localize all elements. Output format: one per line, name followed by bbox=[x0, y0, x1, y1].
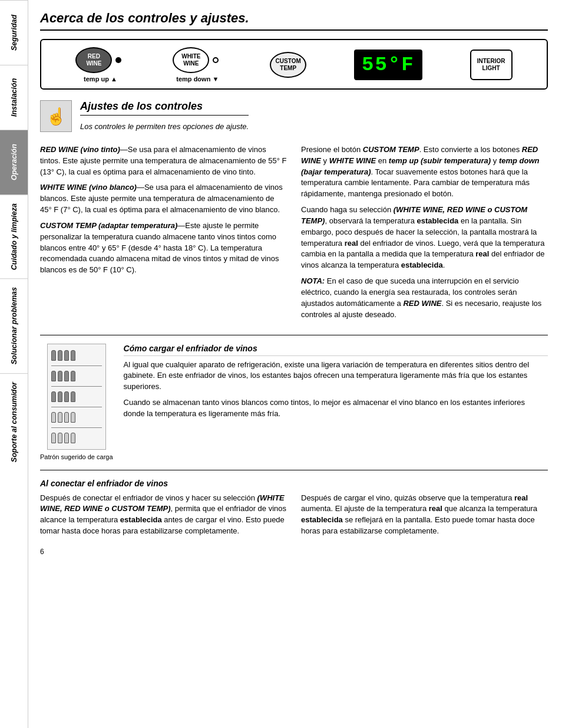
custom-temp-button[interactable]: CUSTOMTEMP bbox=[270, 52, 306, 78]
sidebar: Seguridad Instalación Operación Cuidado … bbox=[0, 0, 28, 728]
ajustes-section-title: Ajustes de los controles bbox=[80, 100, 249, 116]
sidebar-tab-operacion[interactable]: Operación bbox=[0, 130, 28, 195]
red-wine-dot bbox=[115, 57, 121, 63]
custom-temp-button-group: CUSTOMTEMP bbox=[270, 52, 306, 78]
nota-text: NOTA: En el caso de que suceda una inter… bbox=[301, 276, 548, 320]
loading-p1: Al igual que cualquier aparato de refrig… bbox=[124, 360, 548, 393]
ajustes-right-col: Presione el botón CUSTOM TEMP. Esto conv… bbox=[301, 144, 548, 325]
sidebar-tab-seguridad[interactable]: Seguridad bbox=[0, 0, 28, 65]
conectar-p1: Después de conectar el enfriador de vino… bbox=[40, 493, 287, 537]
hand-icon: ☝ bbox=[40, 100, 72, 132]
sidebar-tab-soporte[interactable]: Soporte al consumidor bbox=[0, 373, 28, 470]
conectar-left-col: Después de conectar el enfriador de vino… bbox=[40, 493, 287, 542]
conectar-section: Al conectar el enfriador de vinos Despué… bbox=[40, 470, 548, 542]
ajustes-intro: Los controles le permiten tres opciones … bbox=[80, 121, 249, 133]
control-panel: REDWINE temp up ▲ WHITEWINE temp down bbox=[40, 39, 548, 90]
ajustes-left-col: RED WINE (vino tinto)—Se usa para el alm… bbox=[40, 144, 287, 325]
wine-cooler-image-wrap: Patrón sugerido de carga bbox=[40, 344, 113, 460]
loading-section-title: Cómo cargar el enfriador de vinos bbox=[124, 344, 548, 356]
temp-down-label: temp down ▼ bbox=[176, 75, 219, 83]
white-wine-button-group: WHITEWINE temp down ▼ bbox=[173, 47, 222, 83]
shelf-row-2 bbox=[51, 371, 102, 381]
red-wine-para: RED WINE (vino tinto)—Se usa para el alm… bbox=[40, 144, 287, 178]
conectar-two-col: Después de conectar el enfriador de vino… bbox=[40, 493, 548, 542]
temp-up-label: temp up ▲ bbox=[84, 75, 117, 83]
custom-temp-instruction: Presione el botón CUSTOM TEMP. Esto conv… bbox=[301, 144, 548, 200]
loading-text: Cómo cargar el enfriador de vinos Al igu… bbox=[124, 344, 548, 424]
page-number: 6 bbox=[40, 548, 548, 556]
conectar-right-col: Después de cargar el vino, quizás observ… bbox=[301, 493, 548, 542]
sidebar-tab-instalacion[interactable]: Instalación bbox=[0, 65, 28, 130]
shelf-row-4 bbox=[51, 412, 102, 423]
temperature-display: 55°F bbox=[354, 50, 422, 80]
loading-p2: Cuando se almacenan tanto vinos blancos … bbox=[124, 397, 548, 420]
sidebar-tab-cuidado[interactable]: Cuidado y limpieza bbox=[0, 195, 28, 278]
ajustes-header: ☝ Ajustes de los controles Los controles… bbox=[40, 100, 548, 139]
page-title: Acerca de los controles y ajustes. bbox=[40, 11, 548, 31]
red-wine-button[interactable]: REDWINE bbox=[75, 47, 112, 73]
white-wine-para: WHITE WINE (vino blanco)—Se usa para el … bbox=[40, 182, 287, 216]
conectar-section-title: Al conectar el enfriador de vinos bbox=[40, 479, 548, 488]
sidebar-tab-solucionar[interactable]: Solucionar problemas bbox=[0, 278, 28, 373]
loading-section: Patrón sugerido de carga Cómo cargar el … bbox=[40, 335, 548, 460]
white-wine-button[interactable]: WHITEWINE bbox=[173, 47, 209, 73]
interior-light-button-group: INTERIORLIGHT bbox=[470, 50, 513, 80]
main-content: Acerca de los controles y ajustes. REDWI… bbox=[28, 0, 562, 728]
red-wine-button-group: REDWINE temp up ▲ bbox=[75, 47, 125, 83]
shelf-row-3 bbox=[51, 391, 102, 402]
patron-label: Patrón sugerido de carga bbox=[40, 453, 113, 460]
ajustes-two-col: RED WINE (vino tinto)—Se usa para el alm… bbox=[40, 144, 548, 325]
conectar-p2: Después de cargar el vino, quizás observ… bbox=[301, 493, 548, 537]
wine-cooler-image bbox=[47, 344, 106, 450]
interior-light-button[interactable]: INTERIORLIGHT bbox=[470, 50, 513, 80]
custom-temp-para: CUSTOM TEMP (adaptar temperatura)—Este a… bbox=[40, 220, 287, 276]
shelf-row-5 bbox=[51, 433, 102, 443]
shelf-row-1 bbox=[51, 350, 102, 361]
white-wine-dot bbox=[213, 57, 219, 63]
selection-instruction: Cuando haga su selección (WHITE WINE, RE… bbox=[301, 205, 548, 271]
